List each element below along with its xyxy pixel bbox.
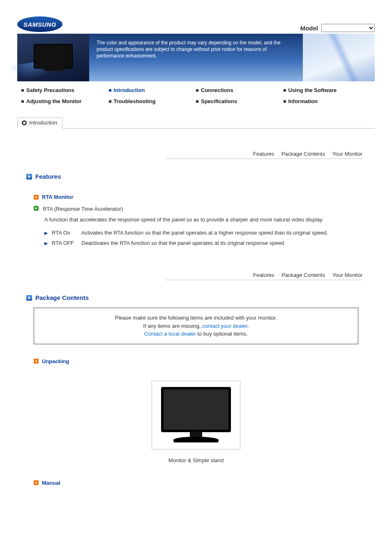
nav-troubleshooting[interactable]: Troubleshooting xyxy=(109,98,196,104)
triangle-icon: ▶ xyxy=(44,240,48,247)
rta-expansion: RTA (Response Time Accelerator) xyxy=(43,206,123,212)
square-bullet-icon xyxy=(21,100,24,103)
nav-label: Connections xyxy=(201,87,233,93)
square-bullet-icon xyxy=(21,89,24,92)
model-label: Model xyxy=(300,25,318,32)
nav-introduction[interactable]: Introduction xyxy=(109,87,196,93)
rta-on-row: ▶ RTA On Activates the RTA function so t… xyxy=(44,230,350,237)
sub-nav: Features Package Contents Your Monitor xyxy=(165,151,362,159)
note-line1: Please make sure the following items are… xyxy=(44,314,348,322)
rta-description: A function that accelerates the response… xyxy=(44,216,350,224)
rta-monitor-heading: RTA Monitor xyxy=(42,194,74,200)
nav-label: Troubleshooting xyxy=(114,98,156,104)
package-note-box: Please make sure the following items are… xyxy=(34,308,358,344)
note-line2-suffix: . xyxy=(247,323,249,329)
rta-off-row: ▶ RTA OFF Deactivates the RTA function s… xyxy=(44,240,350,247)
nav-information[interactable]: Information xyxy=(284,98,371,104)
banner-decoration xyxy=(303,34,375,81)
package-contents-heading: Package Contents xyxy=(35,294,89,301)
hero-banner: The color and appearance of the product … xyxy=(17,34,375,81)
rta-off-label: RTA OFF xyxy=(52,240,77,247)
section-tab-introduction: Introduction xyxy=(17,117,62,129)
rta-off-text: Deactivates the RTA function so that the… xyxy=(81,240,286,247)
nav-label: Specifications xyxy=(201,98,237,104)
main-nav: Safety PrecautionsIntroductionConnection… xyxy=(17,81,375,111)
nav-label: Adjusting the Monitor xyxy=(26,98,81,104)
nav-specifications[interactable]: Specifications xyxy=(196,98,284,104)
banner-product-image xyxy=(17,34,89,81)
subnav-package-contents[interactable]: Package Contents xyxy=(281,272,325,278)
subnav-features[interactable]: Features xyxy=(253,272,274,278)
brand-logo: SAMSUNG xyxy=(17,16,62,32)
contact-local-dealer-link[interactable]: Contact a local dealer xyxy=(144,331,196,337)
nav-label: Introduction xyxy=(114,87,145,93)
square-bullet-icon xyxy=(284,89,286,92)
nav-adjusting-the-monitor[interactable]: Adjusting the Monitor xyxy=(21,98,109,104)
nav-safety-precautions[interactable]: Safety Precautions xyxy=(21,87,109,93)
square-bullet-icon xyxy=(109,100,111,103)
arrow-right-icon xyxy=(34,359,39,364)
subnav-features[interactable]: Features xyxy=(253,151,274,157)
figure-caption: Monitor & Simple stand xyxy=(17,457,375,463)
nav-using-the-software[interactable]: Using the Software xyxy=(284,87,371,93)
unpacking-heading: Unpacking xyxy=(42,358,69,364)
square-bullet-icon xyxy=(284,100,286,103)
nav-label: Information xyxy=(288,98,318,104)
subnav-your-monitor[interactable]: Your Monitor xyxy=(332,151,362,157)
arrow-right-icon xyxy=(34,480,39,485)
rta-on-label: RTA On xyxy=(52,230,77,237)
square-bullet-icon xyxy=(196,100,198,103)
rta-on-text: Activates the RTA function so that the p… xyxy=(81,230,328,237)
arrow-right-icon xyxy=(26,295,32,301)
note-line2-prefix: If any items are missing, xyxy=(143,323,202,329)
nav-connections[interactable]: Connections xyxy=(196,87,284,93)
subnav-your-monitor[interactable]: Your Monitor xyxy=(332,272,362,278)
note-line3-suffix: to buy optional items. xyxy=(196,331,248,337)
manual-heading: Manual xyxy=(42,480,60,486)
section-tab-label: Introduction xyxy=(29,120,57,126)
model-select[interactable] xyxy=(321,24,375,32)
arrow-right-icon xyxy=(34,195,39,200)
square-bullet-icon xyxy=(109,89,111,92)
banner-notice-text: The color and appearance of the product … xyxy=(89,34,303,81)
arrow-right-icon xyxy=(26,174,32,180)
triangle-icon: ▶ xyxy=(44,230,48,237)
sub-nav: Features Package Contents Your Monitor xyxy=(165,272,362,280)
nav-label: Safety Precautions xyxy=(26,87,74,93)
subnav-package-contents[interactable]: Package Contents xyxy=(281,151,325,157)
square-bullet-icon xyxy=(196,89,198,92)
contact-dealer-link[interactable]: contact your dealer xyxy=(202,323,247,329)
bullet-icon xyxy=(34,206,39,211)
features-heading: Features xyxy=(35,173,61,180)
circle-icon xyxy=(22,120,27,125)
nav-label: Using the Software xyxy=(288,87,337,93)
monitor-figure xyxy=(152,381,240,449)
